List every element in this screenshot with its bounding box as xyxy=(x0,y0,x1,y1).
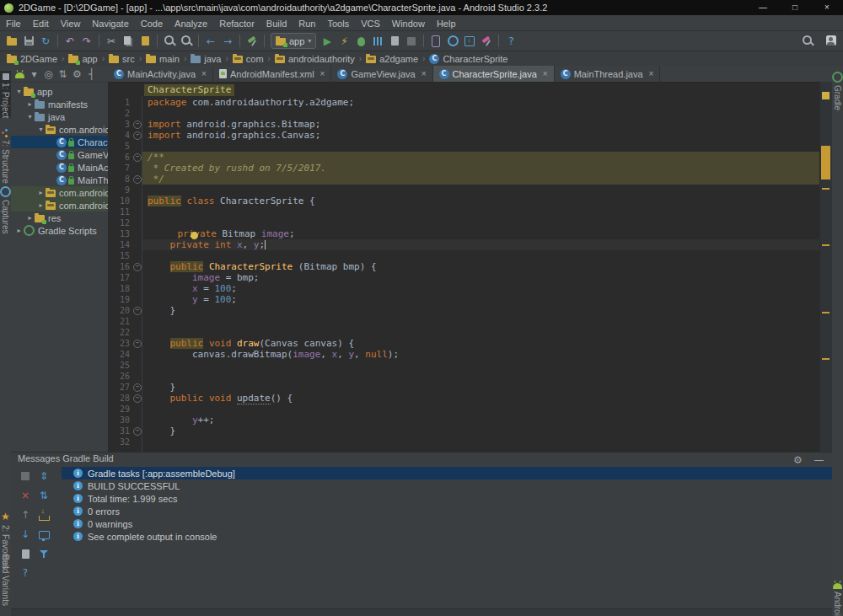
code-line-12[interactable]: 12 xyxy=(108,217,820,228)
breadcrumb-item-main[interactable]: main xyxy=(144,54,181,64)
view-selector-android-icon-button[interactable] xyxy=(13,67,26,81)
fold-marker-icon[interactable]: − xyxy=(133,340,142,348)
code-line-26[interactable]: 26 xyxy=(108,371,820,382)
stripe-button-android-model[interactable]: Android Model xyxy=(832,578,843,616)
line-number[interactable]: 31 xyxy=(108,426,130,437)
code-line-30[interactable]: 30 y++; xyxy=(108,415,820,426)
message-row[interactable]: iTotal time: 1.999 secs xyxy=(62,492,832,505)
tab-close-icon[interactable]: × xyxy=(649,69,654,78)
code-line-2[interactable]: 2 xyxy=(108,108,820,119)
code-line-27[interactable]: 27− } xyxy=(108,382,820,393)
redo-icon-button[interactable]: ↷ xyxy=(78,34,95,49)
line-number[interactable]: 5 xyxy=(108,141,130,152)
tab-gameview.java[interactable]: CGameView.java× xyxy=(331,66,432,82)
code-line-10[interactable]: 10public class CharacterSprite { xyxy=(108,196,820,206)
tree-item-com.androidauthority.a2dgame[interactable]: ▸com.androidauthority.a2dgame xyxy=(11,199,108,212)
tab-charactersprite.java[interactable]: CCharacterSprite.java× xyxy=(433,66,555,82)
close-button[interactable]: × xyxy=(811,0,843,15)
stripe-tick-mark[interactable] xyxy=(822,312,830,313)
code-line-23[interactable]: 23− public void draw(Canvas canvas) { xyxy=(108,338,820,349)
build-icon-button[interactable] xyxy=(244,34,260,49)
tree-item-java[interactable]: ▾java xyxy=(11,110,108,123)
attach-debugger-icon-button[interactable] xyxy=(386,34,403,49)
cut-icon-button[interactable]: ✂ xyxy=(103,34,120,49)
fold-marker-icon[interactable]: − xyxy=(133,263,142,271)
breadcrumb-item-androidauthority[interactable]: androidauthority xyxy=(273,54,357,64)
hide-panel-icon-button[interactable]: ┤ xyxy=(85,67,98,81)
hide-panel-icon-button[interactable]: — xyxy=(813,453,825,467)
fold-marker-icon[interactable]: − xyxy=(133,175,142,184)
tree-expand-arrow-icon[interactable]: ▸ xyxy=(14,227,24,234)
code-line-3[interactable]: 3−import android.graphics.Bitmap; xyxy=(108,119,820,130)
tab-mainthread.java[interactable]: CMainThread.java× xyxy=(555,66,661,82)
code-line-18[interactable]: 18 x = 100; xyxy=(108,283,820,294)
editor-scrollbar-stripe[interactable] xyxy=(819,82,832,452)
code-line-17[interactable]: 17 image = bmp; xyxy=(108,272,820,283)
stripe-button-gradle[interactable]: Gradle xyxy=(832,69,843,110)
gear-icon-button[interactable]: ⚙ xyxy=(792,453,804,467)
undo-icon-button[interactable]: ↶ xyxy=(62,34,78,49)
fold-marker-icon[interactable]: − xyxy=(133,131,142,140)
run-icon-button[interactable]: ▶ xyxy=(319,34,336,49)
line-number[interactable]: 3 xyxy=(108,119,130,130)
line-number[interactable]: 22 xyxy=(108,327,130,338)
copy-icon-button[interactable] xyxy=(120,34,137,49)
collapse-all-icon-button[interactable]: ⇅ xyxy=(56,67,69,81)
stripe-button-captures[interactable]: Captures xyxy=(0,184,11,234)
line-number[interactable]: 14 xyxy=(108,239,130,250)
code-line-29[interactable]: 29 xyxy=(108,404,820,415)
code-line-31[interactable]: 31− } xyxy=(108,426,820,437)
stop-icon-button[interactable] xyxy=(403,34,420,49)
line-number[interactable]: 4 xyxy=(108,130,130,141)
tree-collapse-arrow-icon[interactable]: ▾ xyxy=(36,126,46,133)
tree-collapse-arrow-icon[interactable]: ▾ xyxy=(14,88,24,95)
fold-marker-icon[interactable]: − xyxy=(133,307,142,315)
tree-collapse-arrow-icon[interactable]: ▾ xyxy=(25,113,35,121)
code-line-22[interactable]: 22 xyxy=(108,327,820,338)
code-line-16[interactable]: 16− public CharacterSprite (Bitmap bmp) … xyxy=(108,261,820,272)
next-message-icon-button[interactable]: ↓ xyxy=(19,528,32,541)
line-number[interactable]: 1 xyxy=(108,97,130,108)
stripe-button----structure[interactable]: 7: Structure xyxy=(0,126,11,184)
code-line-20[interactable]: 20− } xyxy=(108,305,820,316)
line-number[interactable]: 13 xyxy=(108,228,130,239)
tree-item-mainthread[interactable]: CMainThread xyxy=(11,174,108,186)
message-row[interactable]: iGradle tasks [:app:assembleDebug] xyxy=(62,467,832,479)
line-number[interactable]: 18 xyxy=(108,283,130,294)
stripe-button----project[interactable]: 1: Project xyxy=(0,71,11,118)
tree-item-gradle[interactable]: ▸Gradle Scripts xyxy=(11,224,108,237)
collapse-all-icon-button[interactable]: ⇅ xyxy=(38,489,51,502)
code-line-15[interactable]: 15 xyxy=(108,250,820,261)
line-number[interactable]: 27 xyxy=(108,382,130,393)
breadcrumb-item-src[interactable]: src xyxy=(107,54,137,64)
menu-item-code[interactable]: Code xyxy=(135,17,169,29)
fold-marker-icon[interactable]: − xyxy=(133,394,142,403)
breadcrumb-item-com[interactable]: com xyxy=(231,54,266,64)
debug-icon-button[interactable] xyxy=(352,34,369,49)
menu-item-edit[interactable]: Edit xyxy=(27,17,55,29)
line-number[interactable]: 19 xyxy=(108,294,130,305)
tab-close-icon[interactable]: × xyxy=(422,69,427,78)
forward-icon-button[interactable]: → xyxy=(219,34,236,49)
menu-item-tools[interactable]: Tools xyxy=(321,17,355,29)
avd-manager-icon-button[interactable] xyxy=(427,34,444,49)
menu-item-run[interactable]: Run xyxy=(293,17,321,29)
code-line-4[interactable]: 4−import android.graphics.Canvas; xyxy=(108,130,820,141)
line-number[interactable]: 29 xyxy=(108,404,130,415)
close-icon-button[interactable]: × xyxy=(19,489,32,502)
expand-all-icon-button[interactable]: ⇕ xyxy=(38,469,51,483)
avatar-icon-button[interactable] xyxy=(823,33,840,48)
fold-marker-icon[interactable]: − xyxy=(133,383,142,392)
breadcrumb-item-app[interactable]: app xyxy=(67,54,99,64)
breadcrumb-item-java[interactable]: java xyxy=(189,54,223,64)
fold-marker-icon[interactable]: − xyxy=(133,427,142,436)
tree-expand-arrow-icon[interactable]: ▸ xyxy=(25,214,35,222)
save-all-icon-button[interactable] xyxy=(20,34,37,49)
line-number[interactable]: 9 xyxy=(108,185,130,196)
line-number[interactable]: 23 xyxy=(108,338,130,349)
code-line-14[interactable]: 14 private int x, y; xyxy=(108,239,820,250)
debug-attach-icon-button[interactable]: ⚡ xyxy=(336,34,352,49)
locate-file-icon-button[interactable]: ◎ xyxy=(42,67,55,81)
line-number[interactable]: 26 xyxy=(108,371,130,382)
line-number[interactable]: 6 xyxy=(108,152,130,163)
